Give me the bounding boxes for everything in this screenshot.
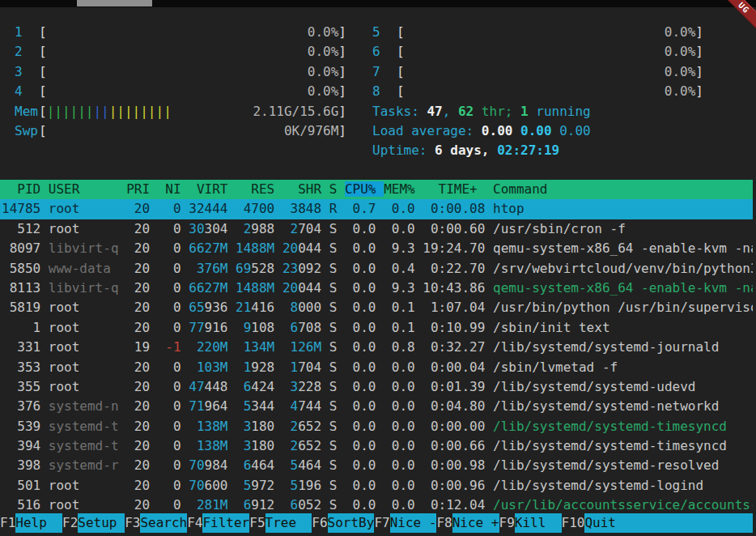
text-segment	[415, 201, 423, 216]
process-row[interactable]: 355 root 20 0 47448 6424 3228 S 0.0 0.0 …	[0, 377, 753, 397]
column-header-mem[interactable]: MEM%	[384, 181, 415, 197]
process-row[interactable]: 394 systemd-t 20 0 138M 3180 2652 S 0.0 …	[0, 436, 753, 456]
text-segment	[40, 478, 49, 493]
text-segment	[181, 398, 189, 414]
fnlabel-search[interactable]: Search	[140, 513, 187, 533]
column-header-pri[interactable]: PRI	[126, 181, 150, 197]
text-segment	[119, 398, 127, 414]
column-header-command[interactable]: Command	[493, 181, 547, 197]
fnlabel-nice-[interactable]: Nice +	[452, 513, 499, 533]
column-header-res[interactable]: RES	[236, 181, 274, 197]
text-segment	[337, 438, 345, 453]
column-header-state[interactable]: S	[329, 181, 338, 197]
process-row[interactable]: 353 root 20 0 103M 1928 1704 S 0.0 0.0 0…	[0, 358, 753, 377]
priority-cell: 19	[126, 339, 150, 355]
fnkey-f9[interactable]: F9	[499, 513, 515, 533]
text-segment	[227, 339, 236, 355]
text-segment	[227, 478, 236, 493]
text-segment	[150, 438, 158, 453]
fnkey-f1[interactable]: F1	[0, 513, 15, 533]
swap-meter: Swp[0K/976M]	[15, 121, 346, 141]
res-cell: 464	[251, 457, 274, 473]
res-cell-highlight: 3	[236, 438, 251, 453]
process-row[interactable]: 398 systemd-r 20 0 70984 6464 5464 S 0.0…	[0, 456, 753, 475]
column-header-ni[interactable]: NI	[158, 181, 181, 197]
time-cell: 0:00.08	[423, 201, 485, 216]
column-header-time[interactable]: TIME+	[423, 181, 485, 197]
res-cell-highlight: 9	[236, 320, 251, 335]
process-row[interactable]: 539 systemd-t 20 0 138M 3180 2652 S 0.0 …	[0, 417, 753, 436]
cpu-percent-cell: 0.0	[345, 419, 376, 434]
fnlabel-tree[interactable]: Tree	[265, 513, 312, 533]
column-header-shr[interactable]: SHR	[282, 181, 321, 197]
text-segment	[321, 320, 329, 335]
meter-value: 0.0%	[665, 42, 696, 62]
fnlabel-kill[interactable]: Kill	[515, 513, 562, 533]
column-header-cpu-sort[interactable]: CPU%	[345, 181, 384, 197]
header-spacer	[274, 181, 282, 197]
process-row[interactable]: 8113 libvirt-q 20 0 6627M 1488M 20044 S …	[0, 279, 753, 298]
shr-cell: 044	[298, 280, 321, 296]
fnlabel-nice-[interactable]: Nice -	[390, 513, 437, 533]
meter-open-bracket: [	[39, 62, 47, 82]
shr-cell: 044	[298, 240, 321, 256]
text-segment	[485, 359, 493, 375]
nice-cell: 0	[158, 261, 181, 276]
running-count: 1	[520, 104, 529, 119]
header-spacer	[40, 181, 49, 197]
fnlabel-sortby[interactable]: SortBy	[328, 513, 375, 533]
pid-cell: 539	[2, 419, 40, 434]
text-segment	[415, 478, 423, 493]
text-segment	[181, 221, 189, 236]
cpu-percent-cell: 0.0	[345, 320, 376, 335]
fnkey-f10[interactable]: F10	[562, 513, 585, 533]
pid-cell: 355	[2, 379, 40, 394]
fnkey-f6[interactable]: F6	[312, 513, 327, 533]
fnlabel-help[interactable]: Help	[15, 513, 62, 533]
scrollbar-thumb[interactable]	[77, 0, 152, 6]
user-cell: libvirt-q	[49, 280, 119, 296]
column-header-pid[interactable]: PID	[2, 181, 40, 197]
fnkey-f4[interactable]: F4	[187, 513, 202, 533]
fnlabel-filter[interactable]: Filter	[202, 513, 249, 533]
command-cell: /lib/systemd/systemd-resolved	[493, 457, 719, 473]
process-row[interactable]: 501 root 20 0 70600 5972 5196 S 0.0 0.0 …	[0, 476, 753, 496]
column-header-virt[interactable]: VIRT	[189, 181, 227, 197]
shr-cell: 704	[298, 359, 321, 375]
fnkey-f7[interactable]: F7	[374, 513, 389, 533]
text-segment	[376, 240, 384, 256]
text-segment	[337, 457, 345, 473]
process-row-selected[interactable]: 14785 root 20 0 32444 4700 3848 R 0.7 0.…	[0, 199, 753, 219]
text-segment	[337, 221, 345, 236]
shr-cell-pad	[282, 201, 291, 216]
process-row[interactable]: 331 root 19 -1 220M 134M 126M S 0.0 0.8 …	[0, 338, 753, 357]
state-cell: S	[329, 359, 338, 375]
process-row[interactable]: 512 root 20 0 30304 2988 2704 S 0.0 0.0 …	[0, 219, 753, 239]
shr-cell-highlight: 20	[282, 240, 298, 256]
mem-percent-cell: 0.0	[384, 359, 415, 375]
fnkey-f2[interactable]: F2	[62, 513, 78, 533]
fnkey-f3[interactable]: F3	[125, 513, 140, 533]
process-row[interactable]: 8097 libvirt-q 20 0 6627M 1488M 20044 S …	[0, 239, 753, 258]
priority-cell: 20	[126, 497, 150, 513]
process-row[interactable]: 5850 www-data 20 0 376M 69528 23092 S 0.…	[0, 259, 753, 279]
text-segment	[274, 359, 282, 375]
fnkey-f8[interactable]: F8	[436, 513, 452, 533]
text-segment	[337, 419, 345, 434]
res-cell: 108	[251, 320, 274, 335]
process-row[interactable]: 1 root 20 0 77916 9108 6708 S 0.0 0.1 0:…	[0, 318, 753, 338]
header-spacer	[181, 181, 189, 197]
meters-left-column: 1[0.0%]2[0.0%]3[0.0%]4[0.0%]Mem[||||||||…	[15, 23, 346, 141]
text-segment	[227, 438, 236, 453]
fnkey-f5[interactable]: F5	[249, 513, 265, 533]
text-segment	[415, 398, 423, 414]
column-header-user[interactable]: USER	[49, 181, 119, 197]
text-segment	[274, 438, 282, 453]
process-row[interactable]: 376 systemd-n 20 0 71964 5344 4744 S 0.0…	[0, 397, 753, 416]
process-row[interactable]: 5819 root 20 0 65936 21416 8000 S 0.0 0.…	[0, 298, 753, 317]
virt-cell-highlight: 281M	[189, 497, 227, 513]
fnlabel-setup[interactable]: Setup	[78, 513, 125, 533]
process-row[interactable]: 516 root 20 0 281M 6912 6052 S 0.0 0.0 0…	[0, 496, 753, 515]
text-segment	[227, 300, 236, 315]
fnlabel-quit[interactable]: Quit	[584, 513, 753, 533]
